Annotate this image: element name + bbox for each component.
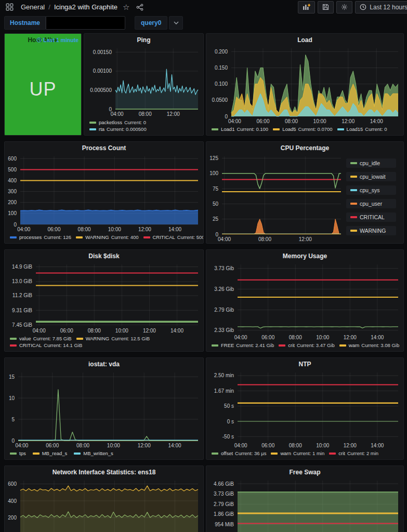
legend-item[interactable]: critCurrent: 3.47 Gib: [279, 342, 335, 348]
breadcrumb-folder[interactable]: General: [21, 3, 45, 11]
legend-item[interactable]: FREECurrent: 2.41 Gib: [212, 342, 274, 348]
disk-chart[interactable]: 04:0006:0008:0010:0012:0014:007.45 GiB9.…: [5, 260, 203, 335]
legend-series-name: cpu_user: [360, 201, 382, 207]
legend-item[interactable]: WARNING: [346, 226, 396, 235]
panel-iostat: iostat: vda 04:0006:0008:0010:0012:0014:…: [4, 357, 204, 460]
clock-icon: [360, 4, 366, 10]
svg-text:04:00: 04:00: [234, 335, 247, 340]
cpu-percentage-chart[interactable]: 04:0008:0012:000255075100125: [206, 152, 346, 243]
hostname-variable-input[interactable]: [46, 16, 125, 30]
legend-item[interactable]: WARNINGCurrent: 12.5 GiB: [76, 336, 150, 341]
legend-item[interactable]: warnCurrent: 3.08 Gib: [339, 342, 399, 348]
memory-usage-chart[interactable]: 04:0006:0008:0010:0012:0014:002.33 Gib2.…: [206, 260, 403, 341]
legend-item[interactable]: CRITICALCurrent: 500: [143, 234, 204, 240]
panel-title[interactable]: Process Count: [5, 142, 203, 152]
legend-item[interactable]: warnCurrent: 1 min: [271, 450, 324, 456]
svg-text:10: 10: [9, 395, 15, 401]
panel-title[interactable]: Load: [206, 34, 403, 44]
svg-text:06:00: 06:00: [261, 443, 274, 448]
svg-text:0.150: 0.150: [215, 65, 228, 71]
legend-item[interactable]: critCurrent: 2 min: [329, 450, 378, 456]
svg-text:12:00: 12:00: [138, 443, 151, 448]
legend-swatch: [76, 236, 83, 238]
svg-text:08:00: 08:00: [78, 227, 91, 232]
legend-series-name: warn: [280, 450, 291, 456]
legend-item[interactable]: cpu_sys: [346, 185, 396, 195]
panel-title[interactable]: Memory Usage: [206, 250, 403, 260]
panel-host-alive[interactable]: Host Alive Last 1 minute UP: [4, 33, 82, 136]
svg-text:14:00: 14:00: [170, 328, 183, 334]
legend-item[interactable]: WARNINGCurrent: 400: [76, 234, 138, 240]
iostat-chart[interactable]: 04:0006:0008:0010:0012:0014:00051015: [5, 368, 203, 449]
network-interface-chart[interactable]: 200400600: [5, 476, 203, 532]
panel-title[interactable]: Network Interface Statistics: ens18: [5, 466, 203, 476]
panel-title[interactable]: CPU Percentage: [206, 142, 403, 152]
svg-text:0: 0: [215, 232, 218, 237]
legend-item[interactable]: MB_written_s: [74, 450, 115, 456]
legend-item[interactable]: cpu_idle: [346, 158, 396, 168]
svg-text:08:00: 08:00: [76, 443, 89, 448]
legend-item[interactable]: rtaCurrent: 0.000500: [89, 126, 147, 132]
legend-item[interactable]: processesCurrent: 126: [10, 234, 71, 240]
ping-chart[interactable]: 04:0008:0012:0000.0005000.001000.00150: [84, 44, 203, 118]
legend-item[interactable]: valueCurrent: 7.85 GiB: [10, 336, 72, 341]
legend-item[interactable]: Load5Current: 0.0700: [273, 126, 332, 132]
legend-swatch: [350, 189, 357, 191]
legend-item[interactable]: CRITICALCurrent: 14.1 GiB: [10, 342, 82, 348]
load-legend: Load1Current: 0.100Load5Current: 0.0700L…: [206, 125, 403, 135]
chart-svg: 04:0006:0008:0010:0012:0014:007.45 GiB9.…: [5, 260, 203, 335]
svg-text:200: 200: [8, 515, 17, 521]
legend-item[interactable]: tps: [10, 450, 28, 456]
svg-text:10:00: 10:00: [316, 335, 329, 340]
legend-item[interactable]: cpu_user: [346, 199, 396, 208]
legend-item[interactable]: MB_read_s: [33, 450, 70, 456]
query-chevron-down-icon[interactable]: [169, 16, 183, 30]
add-panel-button[interactable]: [298, 1, 315, 14]
svg-text:06:00: 06:00: [256, 118, 269, 124]
svg-text:600: 600: [8, 481, 17, 487]
legend-current-value: Current: 0: [365, 126, 387, 132]
legend-series-name: value: [19, 336, 31, 341]
legend-swatch: [10, 338, 17, 340]
host-alive-time-badge[interactable]: Last 1 minute: [36, 37, 78, 43]
panel-title[interactable]: iostat: vda: [5, 358, 203, 368]
legend-item[interactable]: Load1Current: 0.100: [212, 126, 268, 132]
legend-item[interactable]: offsetCurrent: 36 µs: [212, 450, 266, 456]
process-count-chart[interactable]: 04:0006:0008:0010:0012:0014:000100200300…: [5, 152, 203, 233]
dashboard-settings-button[interactable]: [336, 1, 352, 14]
panel-title[interactable]: Disk $disk: [5, 250, 203, 260]
panel-network-interface: Network Interface Statistics: ens18 2004…: [4, 466, 204, 532]
hostname-variable-label[interactable]: Hostname: [4, 16, 46, 30]
svg-text:100: 100: [8, 210, 17, 216]
legend-item[interactable]: Load15Current: 0: [337, 126, 387, 132]
load-chart[interactable]: 04:0006:0008:0010:0012:0014:0000.05000.1…: [206, 44, 403, 125]
star-icon[interactable]: ☆: [121, 3, 131, 12]
free-swap-chart[interactable]: 954 MiB1.86 GiB2.79 GiB3.73 GiB4.66 GiB: [206, 476, 403, 532]
legend-item[interactable]: packetlossCurrent: 0: [89, 119, 146, 125]
chart-svg: 04:0008:0012:000255075100125: [206, 152, 346, 243]
panel-cpu-percentage: CPU Percentage 04:0008:0012:000255075100…: [206, 141, 404, 244]
legend-item[interactable]: CRITICAL: [346, 212, 396, 222]
legend-swatch: [10, 453, 17, 455]
svg-text:0: 0: [14, 222, 17, 228]
query0-button[interactable]: query0: [135, 16, 167, 30]
svg-text:10:00: 10:00: [115, 328, 128, 334]
legend-series-name: warn: [349, 342, 360, 348]
svg-text:06:00: 06:00: [60, 328, 73, 334]
panel-title[interactable]: Ping: [84, 34, 203, 44]
svg-text:0: 0: [109, 107, 112, 112]
ntp-chart[interactable]: 04:0006:0008:0010:0012:0014:00-50 s0 s50…: [206, 368, 403, 449]
legend-current-value: Current: 14.1 GiB: [44, 342, 82, 348]
chart-svg: 04:0006:0008:0010:0012:0014:00-50 s0 s50…: [206, 368, 403, 449]
svg-text:12:00: 12:00: [167, 111, 180, 117]
save-dashboard-button[interactable]: [318, 1, 334, 14]
dashboards-grid-icon[interactable]: [4, 3, 15, 11]
svg-text:08:00: 08:00: [285, 118, 298, 124]
panel-title[interactable]: Free Swap: [206, 466, 403, 476]
share-icon[interactable]: [135, 4, 145, 11]
legend-current-value: Current: 3.08 Gib: [361, 342, 399, 348]
panel-title[interactable]: NTP: [206, 358, 403, 368]
legend-item[interactable]: cpu_iowait: [346, 172, 396, 181]
dashboard-title[interactable]: Icinga2 with Graphite: [54, 3, 117, 11]
time-range-picker[interactable]: Last 12 hours: [355, 1, 407, 14]
